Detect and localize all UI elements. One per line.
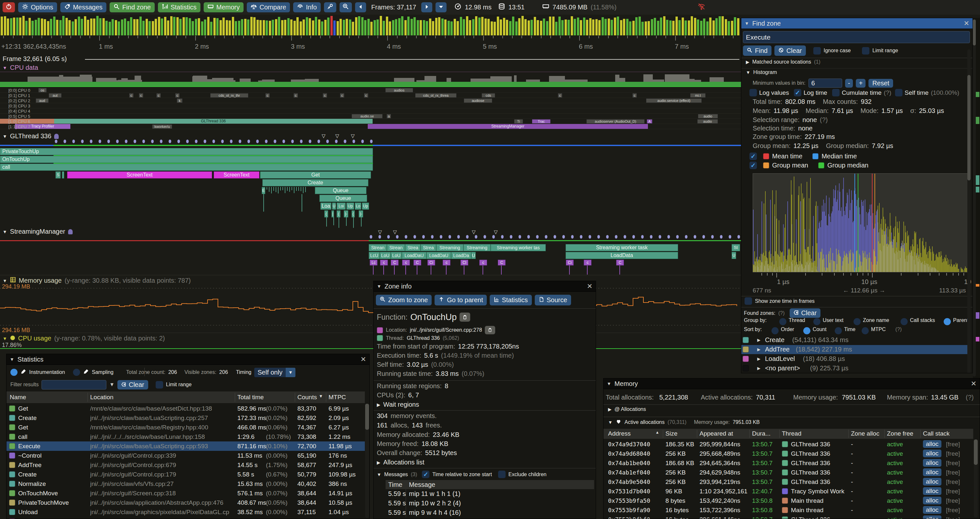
zone-bar[interactable] xyxy=(62,171,64,179)
find-zone-titlebar[interactable]: ▼ Find zone ✕ xyxy=(741,18,972,29)
cpu-zone-chip[interactable]: mi.t xyxy=(690,93,706,98)
zone-bar[interactable]: Up xyxy=(346,203,354,210)
memory-scrollbar[interactable] xyxy=(974,439,978,465)
message-marker-icon[interactable]: ▽ xyxy=(335,133,339,139)
cpu-zone-chip[interactable]: c xyxy=(156,93,161,98)
cpu-zone-chip[interactable]: audios xyxy=(385,88,413,93)
message-dot-icon[interactable] xyxy=(379,235,381,239)
cpu-zone-chip[interactable]: c xyxy=(265,93,270,98)
stats-table-row[interactable]: Createjni/../jni/src/claw/base/LuaScript… xyxy=(6,413,365,423)
legend-checkbox[interactable] xyxy=(749,153,757,160)
message-dot-icon[interactable] xyxy=(169,140,171,143)
message-dot-icon[interactable] xyxy=(116,140,119,143)
power-button[interactable] xyxy=(3,2,15,12)
zone-info-titlebar[interactable]: ▼ Zone info ✕ xyxy=(374,281,596,292)
message-dot-icon[interactable] xyxy=(694,235,696,239)
message-dot-icon[interactable] xyxy=(527,235,530,239)
cpu-usage-plot-header[interactable]: ▼CPU usage(y-range: 0.78%, visible data … xyxy=(3,335,165,342)
message-dot-icon[interactable] xyxy=(501,235,504,239)
stats-table-row[interactable]: Get/mnt/e/claw/src/claw/base/AssetDict.h… xyxy=(6,404,365,413)
message-dot-icon[interactable] xyxy=(624,235,626,239)
histogram-section-header[interactable]: ▼Histogram xyxy=(746,69,777,75)
cpu-zone-chip[interactable]: audio xyxy=(697,119,718,124)
message-dot-icon[interactable] xyxy=(361,140,364,143)
zone-bar[interactable]: Loi xyxy=(337,203,346,210)
message-dot-icon[interactable] xyxy=(702,235,705,239)
message-dot-icon[interactable] xyxy=(134,140,136,143)
message-dot-icon[interactable] xyxy=(212,140,215,143)
zone-bar[interactable]: Cl xyxy=(460,260,468,265)
timing-dropdown[interactable]: Self only▼ xyxy=(254,368,296,377)
memory-table-row[interactable]: 0x74ab1be040186.68 KB294,645,364ns13:50.… xyxy=(603,458,973,468)
message-dot-icon[interactable] xyxy=(221,140,224,143)
zone-bar[interactable]: |- xyxy=(359,210,363,217)
message-dot-icon[interactable] xyxy=(195,140,197,143)
cpu-zone-chip[interactable]: c xyxy=(632,93,637,98)
message-dot-icon[interactable] xyxy=(589,235,591,239)
compare-button[interactable]: Compare xyxy=(247,2,290,12)
cpu-zone-chip[interactable]: kworker/u xyxy=(152,124,172,129)
cpu-zone-chip[interactable]: aud xyxy=(36,98,49,103)
frame-separator-label[interactable]: Frame 32,661 (6.05 s) xyxy=(3,55,67,63)
message-dot-icon[interactable] xyxy=(300,140,302,143)
alloc-callstack-button[interactable]: alloc xyxy=(923,440,942,448)
sort-by-radio-count[interactable] xyxy=(803,327,810,334)
cpu-zone-chip[interactable]: os xyxy=(38,88,47,93)
collapse-icon[interactable]: ▼ xyxy=(745,21,749,26)
message-dot-icon[interactable] xyxy=(685,235,687,239)
alloc-callstack-button[interactable]: alloc xyxy=(923,478,942,485)
zoom-button[interactable] xyxy=(339,2,352,12)
statistics-button[interactable]: Statistics xyxy=(158,2,200,12)
alloc-callstack-button[interactable]: alloc xyxy=(923,468,942,476)
message-dot-icon[interactable] xyxy=(510,235,512,239)
found-zone-row[interactable]: ▶AddTree(18,542) 227.19 ms xyxy=(741,345,967,354)
zone-bar[interactable]: LoadDa xyxy=(451,252,471,259)
cpu-zone-chip[interactable]: audiose xyxy=(464,98,492,103)
group-by-radio-zone-name[interactable] xyxy=(854,318,861,325)
memory-usage-plot[interactable] xyxy=(0,287,741,326)
zone-bar[interactable]: Lc xyxy=(370,260,377,265)
message-dot-icon[interactable] xyxy=(711,235,714,239)
active-allocations-row[interactable]: ▼ Active allocations (70,311) Memory usa… xyxy=(608,418,760,426)
zone-time-histogram[interactable] xyxy=(752,173,968,272)
message-dot-icon[interactable] xyxy=(186,140,189,143)
message-dot-icon[interactable] xyxy=(659,235,661,239)
message-dot-icon[interactable] xyxy=(318,140,320,143)
clear-button[interactable]: Clear xyxy=(775,45,806,56)
zone-bar[interactable]: ( xyxy=(324,210,328,217)
message-dot-icon[interactable] xyxy=(737,235,740,239)
memory-button[interactable]: Memory xyxy=(204,2,243,12)
message-dot-icon[interactable] xyxy=(55,140,57,143)
message-dot-icon[interactable] xyxy=(309,140,311,143)
cpu-zone-chip[interactable]: cds_ol_rx_thr xyxy=(210,93,248,98)
zone-bar[interactable]: c xyxy=(380,260,388,265)
zone-bar[interactable]: C xyxy=(391,260,399,265)
options-button[interactable]: Options xyxy=(18,2,57,12)
memory-table-row[interactable]: 0x7553b9fa508 bytes153,492,240ns13:50.8M… xyxy=(603,496,973,505)
zone-bar[interactable]: Up xyxy=(362,203,369,210)
zone-bar[interactable]: Streaming xyxy=(463,244,491,251)
message-dot-icon[interactable] xyxy=(344,140,346,143)
stats-table-row[interactable]: AddTreejni/../jni/src/guif/Control.cpp:6… xyxy=(6,460,365,469)
zone-search-input[interactable] xyxy=(743,31,970,43)
zone-bar[interactable]: Streaming worker task xyxy=(566,244,678,251)
group-by-radio-user-text[interactable] xyxy=(813,318,821,325)
message-dot-icon[interactable] xyxy=(72,140,75,143)
message-dot-icon[interactable] xyxy=(466,235,469,239)
message-marker-icon[interactable]: ▽ xyxy=(378,229,382,235)
filter-clear-button[interactable]: Clear xyxy=(118,380,148,390)
message-dot-icon[interactable] xyxy=(81,140,84,143)
log-time-checkbox[interactable] xyxy=(794,89,801,96)
message-dot-icon[interactable] xyxy=(667,235,670,239)
ignore-case-checkbox[interactable] xyxy=(813,47,821,54)
message-dot-icon[interactable] xyxy=(484,235,486,239)
filter-input[interactable] xyxy=(41,380,107,390)
message-dot-icon[interactable] xyxy=(641,235,644,239)
cpu-zone-bar[interactable]: GLThread 336 xyxy=(54,119,372,124)
zoom-to-zone-button[interactable]: Zoom to zone xyxy=(376,295,432,305)
message-dot-icon[interactable] xyxy=(431,235,434,239)
zone-bar[interactable]: LoadDaU xyxy=(402,252,426,259)
message-dot-icon[interactable] xyxy=(440,235,442,239)
memory-table-row[interactable]: 0x74a9d37040186.35 KB295,999,844ns13:50.… xyxy=(603,439,973,449)
go-to-parent-button[interactable]: Go to parent xyxy=(434,295,487,305)
